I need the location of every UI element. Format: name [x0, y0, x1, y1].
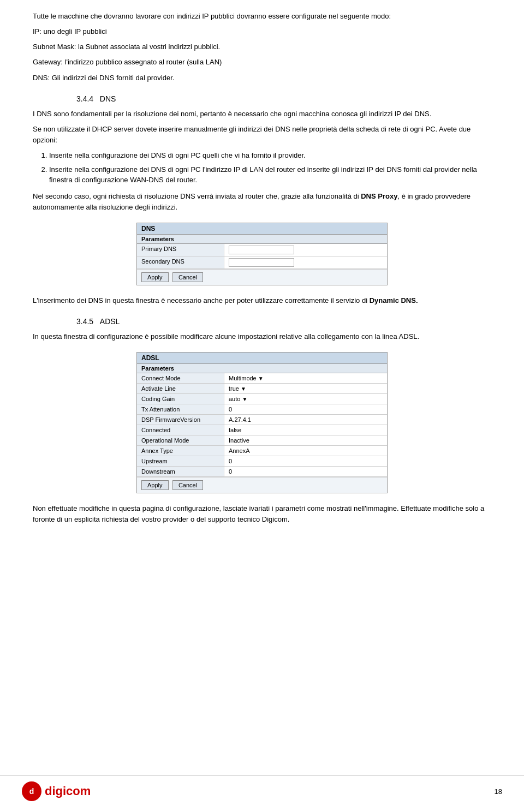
digicom-logo-svg: d: [25, 785, 38, 798]
dns-apply-button[interactable]: Apply: [141, 272, 169, 282]
adsl-para1: In questa finestra di configurazione è p…: [33, 331, 491, 342]
adsl-dsp-version-value: A.27.4.1: [224, 415, 387, 425]
dns-para2: Se non utilizzate il DHCP server dovete …: [33, 124, 491, 146]
adsl-tx-attenuation-row: Tx Attenuation 0: [137, 404, 387, 415]
intro-list-item2: Subnet Mask: la Subnet associata ai vost…: [33, 41, 491, 52]
intro-paragraph2: Gateway: l'indirizzo pubblico assegnato …: [33, 57, 491, 68]
page-number: 18: [495, 787, 502, 796]
intro-list-item1: IP: uno degli IP pubblici: [33, 26, 491, 37]
adsl-operational-mode-row: Operational Mode Inactive: [137, 435, 387, 446]
adsl-dsp-version-row: DSP FirmwareVersion A.27.4.1: [137, 415, 387, 425]
section-344-heading: 3.4.4 DNS: [76, 94, 491, 103]
dns-secondary-row: Secondary DNS: [137, 256, 387, 269]
dns-para1: I DNS sono fondamentali per la risoluzio…: [33, 109, 491, 120]
adsl-dsp-version-label: DSP FirmwareVersion: [137, 415, 224, 425]
section-344-number: 3.4.4: [76, 94, 93, 103]
digicom-logo: d digicom: [22, 781, 91, 801]
dns-box-subtitle: Parameters: [137, 235, 387, 244]
dns-secondary-value[interactable]: [224, 256, 387, 268]
adsl-connected-label: Connected: [137, 425, 224, 435]
dns-config-box: DNS Parameters Primary DNS Secondary DNS…: [136, 223, 388, 285]
logo-icon: d: [22, 781, 41, 801]
adsl-para2: Non effettuate modifiche in questa pagin…: [33, 503, 491, 525]
section-345-heading: 3.4.5 ADSL: [76, 317, 491, 326]
section-345-number: 3.4.5: [76, 317, 93, 326]
dns-primary-label: Primary DNS: [137, 244, 224, 256]
chevron-down-icon3: ▼: [242, 396, 247, 402]
dns-buttons-row: Apply Cancel: [137, 269, 387, 285]
dns-option1: Inserite nella configurazione dei DNS di…: [49, 150, 491, 161]
adsl-connect-mode-value[interactable]: Multimode ▼: [224, 373, 387, 383]
adsl-annex-type-label: Annex Type: [137, 446, 224, 456]
adsl-downstream-label: Downstream: [137, 467, 224, 476]
adsl-connected-value: false: [224, 425, 387, 435]
adsl-connect-mode-row: Connect Mode Multimode ▼: [137, 373, 387, 384]
intro-paragraph1: Tutte le macchine che dovranno lavorare …: [33, 11, 491, 22]
dns-primary-value[interactable]: [224, 244, 387, 256]
dns-primary-row: Primary DNS: [137, 244, 387, 256]
dns-para4: L'inserimento dei DNS in questa finestra…: [33, 295, 491, 306]
intro-paragraph3: DNS: Gli indirizzi dei DNS forniti dal p…: [33, 73, 491, 83]
adsl-tx-attenuation-value: 0: [224, 404, 387, 414]
adsl-config-box: ADSL Parameters Connect Mode Multimode ▼…: [136, 352, 388, 493]
adsl-connect-mode-label: Connect Mode: [137, 373, 224, 383]
adsl-downstream-value: 0: [224, 467, 387, 476]
dns-primary-input[interactable]: [229, 246, 294, 254]
dns-cancel-button[interactable]: Cancel: [172, 272, 203, 282]
adsl-annex-type-row: Annex Type AnnexA: [137, 446, 387, 456]
adsl-operational-mode-value: Inactive: [224, 435, 387, 445]
adsl-tx-attenuation-label: Tx Attenuation: [137, 404, 224, 414]
adsl-cancel-button[interactable]: Cancel: [172, 480, 203, 490]
adsl-connected-row: Connected false: [137, 425, 387, 435]
section-345-title: ADSL: [100, 317, 120, 326]
svg-text:d: d: [29, 787, 34, 796]
adsl-coding-gain-value[interactable]: auto ▼: [224, 394, 387, 404]
dns-option2: Inserite nella configurazione dei DNS di…: [49, 164, 491, 186]
adsl-box-title: ADSL: [137, 353, 387, 364]
adsl-box-subtitle: Parameters: [137, 364, 387, 373]
adsl-coding-gain-row: Coding Gain auto ▼: [137, 394, 387, 404]
adsl-operational-mode-label: Operational Mode: [137, 435, 224, 445]
adsl-annex-type-value: AnnexA: [224, 446, 387, 456]
chevron-down-icon: ▼: [258, 375, 264, 381]
adsl-apply-button[interactable]: Apply: [141, 480, 169, 490]
dns-box-title: DNS: [137, 223, 387, 235]
adsl-activate-line-label: Activate Line: [137, 384, 224, 393]
adsl-buttons-row: Apply Cancel: [137, 477, 387, 493]
adsl-upstream-label: Upstream: [137, 456, 224, 466]
section-344-title: DNS: [100, 94, 116, 103]
adsl-activate-line-row: Activate Line true ▼: [137, 384, 387, 394]
adsl-activate-line-value[interactable]: true ▼: [224, 384, 387, 393]
adsl-downstream-row: Downstream 0: [137, 467, 387, 477]
dns-para3: Nel secondo caso, ogni richiesta di riso…: [33, 191, 491, 213]
dns-secondary-label: Secondary DNS: [137, 256, 224, 268]
page-footer: d digicom 18: [0, 775, 524, 801]
chevron-down-icon2: ▼: [241, 386, 246, 392]
adsl-coding-gain-label: Coding Gain: [137, 394, 224, 404]
logo-brand-text: digicom: [45, 784, 91, 798]
dns-secondary-input[interactable]: [229, 258, 294, 267]
adsl-upstream-row: Upstream 0: [137, 456, 387, 467]
dns-options-list: Inserite nella configurazione dei DNS di…: [49, 150, 491, 186]
adsl-upstream-value: 0: [224, 456, 387, 466]
